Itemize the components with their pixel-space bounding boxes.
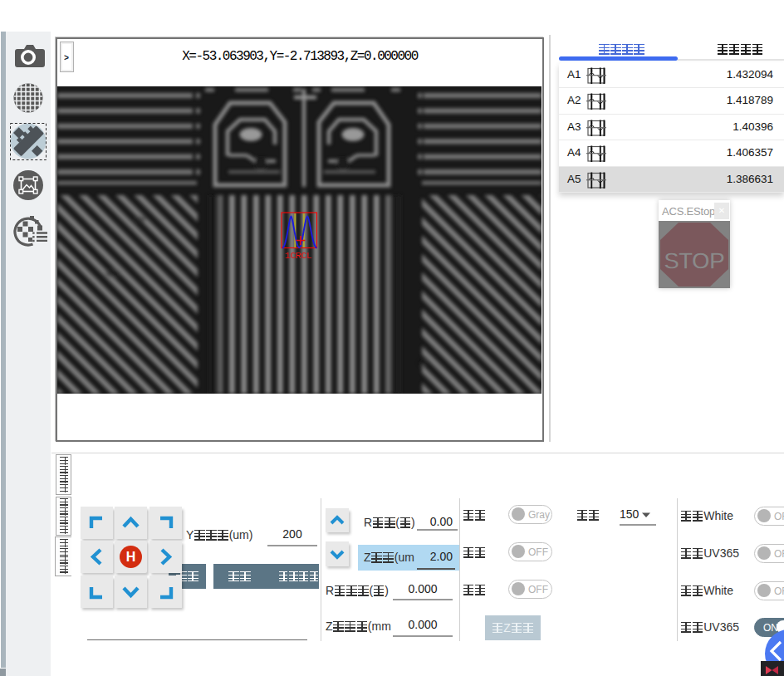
svg-text:1CRCL: 1CRCL xyxy=(285,250,312,261)
svg-text:STOP: STOP xyxy=(664,247,725,274)
svg-text:H: H xyxy=(126,550,136,564)
